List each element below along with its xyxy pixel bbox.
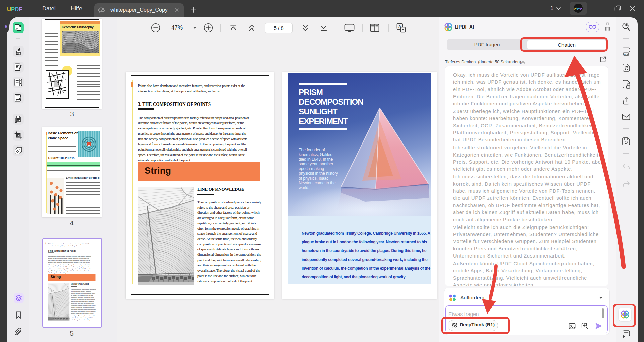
svg-text:OCR: OCR bbox=[624, 53, 628, 55]
